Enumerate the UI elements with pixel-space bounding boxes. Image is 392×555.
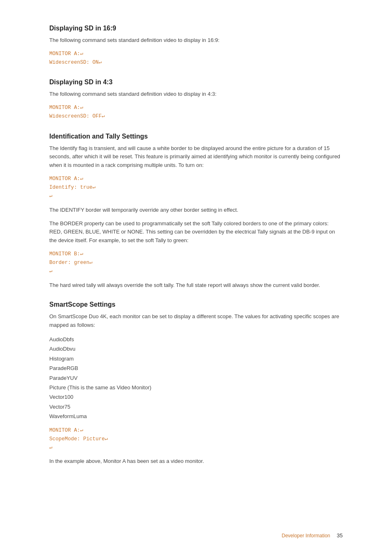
heading-displaying-sd-169: Displaying SD in 16:9 bbox=[49, 25, 343, 32]
code-identification-tally-1: MONITOR A:↵ Identify: true↵ ↵ bbox=[49, 175, 343, 201]
list-item: ParadeYUV bbox=[49, 373, 343, 383]
text-identification-tally-1: The Identify flag is transient, and will… bbox=[49, 144, 343, 170]
code-smartscope-settings: MONITOR A:↵ ScopeMode: Picture↵ ↵ bbox=[49, 426, 343, 453]
list-item: ParadeRGB bbox=[49, 363, 343, 373]
list-item: Vector100 bbox=[49, 392, 343, 402]
section-displaying-sd-169: Displaying SD in 16:9 The following comm… bbox=[49, 25, 343, 67]
footer: Developer Information 35 bbox=[281, 532, 343, 539]
text-displaying-sd-169: The following command sets standard defi… bbox=[49, 36, 343, 45]
list-item: AudioDbvu bbox=[49, 344, 343, 354]
section-displaying-sd-43: Displaying SD in 4:3 The following comma… bbox=[49, 79, 343, 121]
list-item: Vector75 bbox=[49, 402, 343, 412]
list-item: Picture (This is the same as Video Monit… bbox=[49, 383, 343, 392]
text-identification-tally-3: The BORDER property can be used to progr… bbox=[49, 220, 343, 245]
text-identification-tally-2: The IDENTIFY border will temporarily ove… bbox=[49, 206, 343, 215]
list-item: WaveformLuma bbox=[49, 412, 343, 421]
section-smartscope-settings: SmartScope Settings On SmartScope Duo 4K… bbox=[49, 301, 343, 466]
code-displaying-sd-43: MONITOR A:↵ WidescreenSD: OFF↵ bbox=[49, 104, 343, 121]
heading-displaying-sd-43: Displaying SD in 4:3 bbox=[49, 79, 343, 86]
heading-smartscope-settings: SmartScope Settings bbox=[49, 301, 343, 308]
text-smartscope-settings-1: On SmartScope Duo 4K, each monitor can b… bbox=[49, 312, 343, 330]
heading-identification-tally: Identification and Tally Settings bbox=[49, 133, 343, 140]
list-item: AudioDbfs bbox=[49, 335, 343, 344]
code-displaying-sd-169: MONITOR A:↵ WidescreenSD: ON↵ bbox=[49, 50, 343, 67]
code-identification-tally-2: MONITOR B:↵ Border: green↵ ↵ bbox=[49, 250, 343, 276]
text-identification-tally-4: The hard wired tally will always overrid… bbox=[49, 281, 343, 290]
text-smartscope-settings-2: In the example above, Monitor A has been… bbox=[49, 457, 343, 466]
list-item: Histogram bbox=[49, 354, 343, 363]
text-displaying-sd-43: The following command sets standard defi… bbox=[49, 90, 343, 99]
footer-page: 35 bbox=[337, 532, 343, 539]
section-identification-tally: Identification and Tally Settings The Id… bbox=[49, 133, 343, 290]
footer-label: Developer Information bbox=[281, 533, 330, 539]
page-container: Displaying SD in 16:9 The following comm… bbox=[0, 0, 392, 555]
smartscope-list: AudioDbfsAudioDbvuHistogramParadeRGBPara… bbox=[49, 335, 343, 421]
